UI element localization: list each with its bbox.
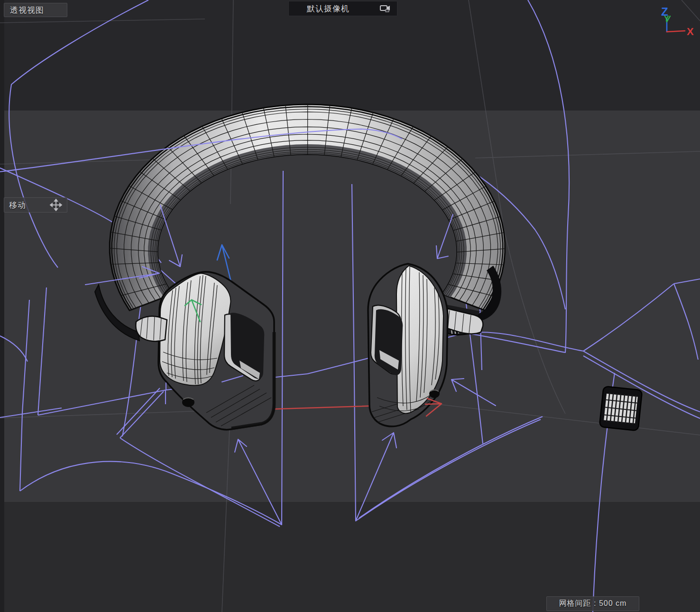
small-wireframe-box[interactable] — [599, 386, 643, 431]
grid-spacing-text: 网格间距 : 500 cm — [559, 599, 627, 609]
y-axis-label: Y — [664, 15, 669, 23]
camera-label[interactable]: 默认摄像机 — [288, 1, 397, 16]
left-yoke[interactable] — [136, 316, 167, 341]
grid-spacing-label: 网格间距 : 500 cm — [546, 596, 639, 611]
move-icon — [50, 199, 62, 211]
active-tool-label[interactable]: 移动 — [4, 197, 67, 213]
view-mode-text: 透视视图 — [10, 5, 44, 16]
view-mode-label[interactable]: 透视视图 — [4, 3, 67, 17]
active-tool-text: 移动 — [9, 200, 26, 211]
viewport-3d-scene[interactable]: Z Y X — [0, 0, 700, 612]
x-axis-label: X — [687, 26, 694, 37]
camera-text: 默认摄像机 — [307, 3, 350, 14]
viewport[interactable]: Z Y X 透视视图 默认摄像机 移动 网格间距 : 500 cm — [0, 0, 700, 612]
camera-icon[interactable] — [379, 4, 391, 13]
